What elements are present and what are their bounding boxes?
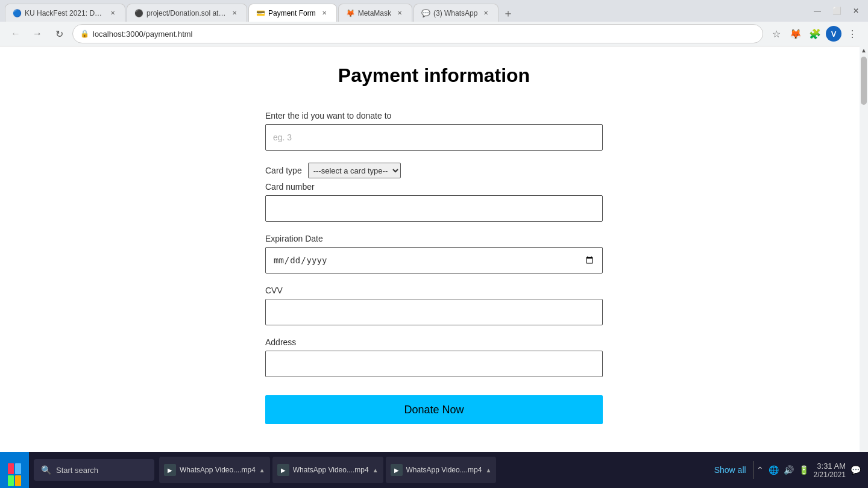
- tab-metamask[interactable]: 🦊 MetaMask ✕: [338, 4, 412, 22]
- download-icon-1: ▶: [164, 464, 176, 476]
- tab-favicon-5: 💬: [421, 9, 430, 17]
- tab-favicon-4: 🦊: [346, 9, 354, 17]
- svg-text:▶: ▶: [168, 467, 172, 474]
- tab-favicon-1: 🔵: [13, 9, 21, 17]
- page-title: Payment information: [338, 64, 530, 87]
- taskbar-items: ▶ WhatsApp Video....mp4 ▲ ▶ WhatsApp Vid…: [159, 457, 709, 483]
- chevron-down-icon-3: ▲: [485, 467, 491, 474]
- donate-id-group: Enter the id you want to donate to: [265, 111, 603, 151]
- url-text: localhost:3000/payment.html: [93, 30, 755, 39]
- volume-icon[interactable]: 🔊: [784, 465, 794, 475]
- tab-title-3: Payment Form: [268, 9, 316, 17]
- search-icon: 🔍: [41, 465, 51, 475]
- battery-icon[interactable]: 🔋: [799, 465, 809, 475]
- expiration-label: Expiration Date: [265, 234, 603, 243]
- tabs-area: 🔵 KU HackFest 2021: Dashbo... ✕ ⚫ projec…: [5, 0, 810, 22]
- taskbar-download-2[interactable]: ▶ WhatsApp Video....mp4 ▲: [272, 457, 383, 483]
- clock-time: 3:31 AM: [814, 461, 846, 471]
- bookmark-icon[interactable]: ☆: [768, 25, 785, 42]
- donate-id-label: Enter the id you want to donate to: [265, 111, 603, 120]
- download-name-2: WhatsApp Video....mp4: [293, 466, 369, 474]
- card-type-row: Card type ---select a card type-- Visa M…: [265, 163, 603, 178]
- toolbar-icons: ☆ 🦊 🧩 V ⋮: [768, 25, 861, 42]
- tab-close-5[interactable]: ✕: [481, 8, 491, 18]
- page-content: Payment information Enter the id you wan…: [0, 46, 868, 452]
- address-input[interactable]: [265, 351, 603, 377]
- window-controls: — ⬜ ✕: [810, 4, 863, 18]
- card-type-label: Card type: [265, 166, 302, 175]
- card-number-input[interactable]: [265, 195, 603, 222]
- download-name-3: WhatsApp Video....mp4: [406, 466, 482, 474]
- scroll-up-arrow[interactable]: ▲: [860, 46, 868, 54]
- notification-icon[interactable]: 💬: [851, 465, 861, 475]
- address-group: Address: [265, 337, 603, 377]
- donate-id-input[interactable]: [265, 124, 603, 151]
- search-text: Start search: [56, 466, 98, 475]
- cvv-group: CVV: [265, 286, 603, 325]
- tab-payment-form[interactable]: 💳 Payment Form ✕: [248, 4, 337, 22]
- menu-icon[interactable]: ⋮: [844, 25, 861, 42]
- close-button[interactable]: ✕: [849, 4, 863, 18]
- taskbar: 🔍 Start search ▶ WhatsApp Video....mp4 ▲…: [0, 452, 868, 488]
- taskbar-search-bar[interactable]: 🔍 Start search: [34, 459, 154, 481]
- form-container: Enter the id you want to donate to Card …: [265, 111, 603, 424]
- tab-title-2: project/Donation.sol at ma...: [146, 9, 226, 17]
- network-icon[interactable]: 🌐: [769, 465, 779, 475]
- address-label: Address: [265, 337, 603, 347]
- up-arrow-tray-icon[interactable]: ⌃: [756, 465, 764, 475]
- cvv-label: CVV: [265, 286, 603, 295]
- download-icon-3: ▶: [391, 464, 403, 476]
- tab-whatsapp[interactable]: 💬 (3) WhatsApp ✕: [414, 4, 498, 22]
- tab-title-5: (3) WhatsApp: [433, 9, 477, 17]
- svg-text:▶: ▶: [281, 467, 286, 474]
- metamask-toolbar-icon[interactable]: 🦊: [787, 25, 804, 42]
- maximize-button[interactable]: ⬜: [829, 4, 844, 18]
- tab-ku-hackfest[interactable]: 🔵 KU HackFest 2021: Dashbo... ✕: [5, 4, 125, 22]
- new-tab-button[interactable]: ＋: [500, 5, 517, 22]
- taskbar-clock[interactable]: 3:31 AM 2/21/2021: [814, 461, 846, 479]
- tab-close-3[interactable]: ✕: [319, 8, 329, 18]
- chevron-down-icon-2: ▲: [373, 467, 379, 474]
- scroll-thumb[interactable]: [861, 57, 867, 105]
- minimize-button[interactable]: —: [810, 4, 825, 18]
- card-number-label: Card number: [265, 182, 603, 192]
- address-bar: ← → ↻ 🔒 localhost:3000/payment.html ☆ 🦊 …: [0, 22, 868, 46]
- tab-close-4[interactable]: ✕: [395, 8, 404, 18]
- tab-close-2[interactable]: ✕: [230, 8, 239, 18]
- profile-avatar[interactable]: V: [826, 26, 841, 42]
- lock-icon: 🔒: [80, 30, 89, 38]
- tray-icons: ⌃ 🌐 🔊 🔋: [756, 465, 809, 475]
- clock-date: 2/21/2021: [814, 471, 846, 479]
- taskbar-right: ⌃ 🌐 🔊 🔋 3:31 AM 2/21/2021 💬: [756, 461, 868, 479]
- url-bar[interactable]: 🔒 localhost:3000/payment.html: [72, 24, 763, 43]
- scrollbar[interactable]: ▲: [860, 46, 868, 452]
- extensions-icon[interactable]: 🧩: [807, 25, 823, 42]
- back-button[interactable]: ←: [7, 25, 24, 42]
- start-button[interactable]: [0, 452, 29, 488]
- windows-logo: [8, 463, 21, 477]
- reload-button[interactable]: ↻: [51, 25, 68, 42]
- browser-chrome: 🔵 KU HackFest 2021: Dashbo... ✕ ⚫ projec…: [0, 0, 868, 46]
- tab-favicon-2: ⚫: [134, 9, 143, 17]
- donate-button[interactable]: Donate Now: [265, 395, 603, 424]
- download-name-1: WhatsApp Video....mp4: [180, 466, 256, 474]
- chevron-down-icon-1: ▲: [259, 467, 265, 474]
- tab-title-4: MetaMask: [358, 9, 391, 17]
- card-type-select[interactable]: ---select a card type-- Visa MasterCard …: [308, 163, 401, 178]
- tab-favicon-3: 💳: [256, 9, 265, 17]
- cvv-input[interactable]: [265, 299, 603, 325]
- tab-close-1[interactable]: ✕: [108, 8, 118, 18]
- svg-text:▶: ▶: [394, 467, 399, 474]
- taskbar-separator: [753, 461, 754, 479]
- show-all-button[interactable]: Show all: [709, 463, 751, 477]
- taskbar-download-3[interactable]: ▶ WhatsApp Video....mp4 ▲: [386, 457, 497, 483]
- tab-donation-sol[interactable]: ⚫ project/Donation.sol at ma... ✕: [127, 4, 247, 22]
- taskbar-download-1[interactable]: ▶ WhatsApp Video....mp4 ▲: [159, 457, 270, 483]
- expiration-input[interactable]: [265, 247, 603, 274]
- title-bar: 🔵 KU HackFest 2021: Dashbo... ✕ ⚫ projec…: [0, 0, 868, 22]
- expiration-group: Expiration Date: [265, 234, 603, 274]
- forward-button[interactable]: →: [29, 25, 46, 42]
- card-type-group: Card type ---select a card type-- Visa M…: [265, 163, 603, 222]
- tab-title-1: KU HackFest 2021: Dashbo...: [25, 9, 104, 17]
- download-icon-2: ▶: [277, 464, 289, 476]
